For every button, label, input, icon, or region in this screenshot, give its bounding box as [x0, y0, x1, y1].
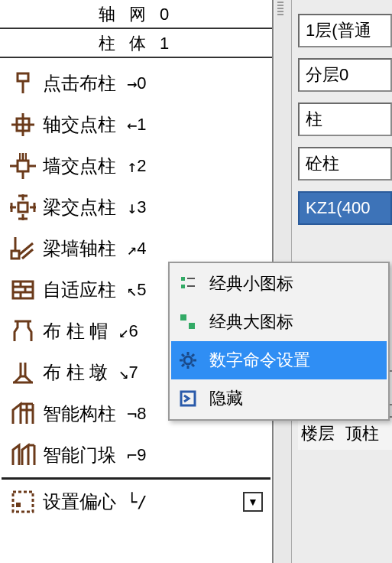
- floor-selector[interactable]: 1层(普通: [298, 14, 392, 47]
- large-icons-icon: [173, 303, 203, 341]
- instance-selector[interactable]: KZ1(400: [298, 191, 392, 225]
- arrow-up-left-icon: ↖: [116, 281, 137, 300]
- menu-label: 自适应柱: [38, 278, 116, 302]
- shortcut-num: 5: [137, 280, 146, 300]
- arrow-up-icon: ↑: [116, 157, 137, 176]
- tab-floor[interactable]: 楼层: [301, 422, 335, 445]
- column-pier-icon: [8, 357, 38, 388]
- smart-column-icon: [8, 399, 38, 429]
- shortcut-num: 4: [137, 239, 146, 259]
- axis-cross-icon: [8, 109, 38, 140]
- ctx-numeric-command-settings[interactable]: 数字命令设置: [171, 341, 387, 379]
- menu-label: 轴交点柱: [38, 112, 116, 137]
- beam-cross-icon: [8, 192, 38, 223]
- angle-symbol-icon: └/: [116, 493, 147, 512]
- svg-rect-47: [180, 314, 186, 321]
- shortcut-num: 3: [137, 197, 146, 217]
- arrow-left-icon: ←: [116, 116, 137, 135]
- svg-rect-41: [13, 492, 33, 512]
- hide-icon: [173, 379, 203, 418]
- menu-label: 智能门垛: [38, 443, 116, 467]
- separator: [2, 477, 271, 480]
- menu-set-eccentricity[interactable]: 设置偏心 └/ ▼: [0, 481, 272, 522]
- svg-rect-25: [13, 282, 33, 298]
- menu-label: 设置偏心: [38, 490, 116, 514]
- chevron-down-icon: ▼: [248, 496, 258, 508]
- svg-line-57: [192, 354, 194, 356]
- svg-rect-44: [181, 285, 185, 288]
- svg-rect-42: [16, 503, 21, 507]
- ctx-hide[interactable]: 隐藏: [171, 379, 387, 418]
- svg-rect-5: [18, 161, 28, 171]
- svg-rect-12: [18, 203, 28, 212]
- small-icons-icon: [173, 265, 203, 303]
- arrow-down-right-icon: ↘: [108, 363, 128, 382]
- menu-click-place-column[interactable]: 点击布柱 → 0: [0, 63, 272, 104]
- shortcut-num: 6: [129, 321, 138, 341]
- menu-label: 梁墙轴柱: [38, 236, 116, 261]
- column-cap-icon: [8, 316, 38, 347]
- menu-label: 布 柱 帽: [38, 319, 108, 343]
- arrow-down-icon: ↓: [116, 198, 137, 217]
- tab-top[interactable]: 顶柱: [345, 422, 379, 445]
- layer-selector[interactable]: 分层0: [298, 58, 392, 92]
- adaptive-column-icon: [8, 275, 38, 305]
- type-selector[interactable]: 砼柱: [298, 147, 392, 181]
- svg-line-22: [19, 243, 33, 255]
- shortcut-num: 9: [137, 445, 146, 465]
- dropdown-button[interactable]: ▼: [243, 492, 263, 512]
- menu-label: 布 柱 墩: [38, 360, 108, 385]
- shortcut-num: 0: [137, 73, 146, 93]
- ctx-classic-small-icons[interactable]: 经典小图标: [171, 265, 387, 303]
- arrow-up-right-icon: ↗: [116, 239, 137, 259]
- menu-label: 梁交点柱: [38, 195, 116, 220]
- gear-icon: [173, 341, 203, 379]
- beam-wall-axis-icon: [8, 233, 38, 264]
- header-axis-grid[interactable]: 轴 网 0: [0, 0, 272, 29]
- shortcut-num: 1: [137, 115, 146, 135]
- menu-label: 智能构柱: [38, 402, 116, 426]
- ctx-label: 隐藏: [203, 387, 387, 410]
- menu-wall-intersection-column[interactable]: 墙交点柱 ↑ 2: [0, 145, 272, 187]
- column-pin-icon: [8, 68, 38, 99]
- angle-mirrored-icon: ⌐: [116, 446, 137, 465]
- menu-beam-intersection-column[interactable]: 梁交点柱 ↓ 3: [0, 187, 272, 228]
- svg-line-55: [192, 364, 194, 366]
- shortcut-num: 2: [137, 156, 146, 176]
- arrow-down-left-icon: ↙: [108, 322, 128, 341]
- category-selector[interactable]: 柱: [298, 103, 392, 136]
- svg-rect-21: [11, 251, 19, 259]
- ctx-classic-large-icons[interactable]: 经典大图标: [171, 303, 387, 341]
- svg-rect-0: [18, 73, 28, 81]
- svg-line-54: [182, 354, 184, 356]
- ctx-label: 经典小图标: [203, 272, 387, 295]
- angle-icon: ¬: [116, 405, 137, 424]
- svg-line-56: [182, 364, 184, 366]
- context-menu: 经典小图标 经典大图标 数字命令设置 隐藏: [168, 262, 390, 421]
- menu-axis-intersection-column[interactable]: 轴交点柱 ← 1: [0, 104, 272, 145]
- menu-label: 墙交点柱: [38, 154, 116, 178]
- svg-point-49: [184, 356, 192, 364]
- menu-smart-door-pier[interactable]: 智能门垛 ⌐ 9: [0, 434, 272, 476]
- smart-door-pier-icon: [8, 440, 38, 470]
- eccentricity-icon: [8, 487, 38, 517]
- svg-rect-48: [189, 323, 195, 329]
- shortcut-num: 7: [129, 363, 138, 382]
- shortcut-num: 8: [137, 404, 146, 424]
- ctx-label: 经典大图标: [203, 311, 387, 334]
- param-tabs: 楼层 顶柱: [298, 416, 392, 450]
- header-column-body[interactable]: 柱 体 1: [0, 29, 272, 58]
- wall-cross-icon: [8, 151, 38, 181]
- svg-rect-43: [181, 277, 185, 281]
- menu-label: 点击布柱: [38, 71, 116, 96]
- arrow-right-icon: →: [116, 74, 137, 93]
- ctx-label: 数字命令设置: [203, 349, 387, 372]
